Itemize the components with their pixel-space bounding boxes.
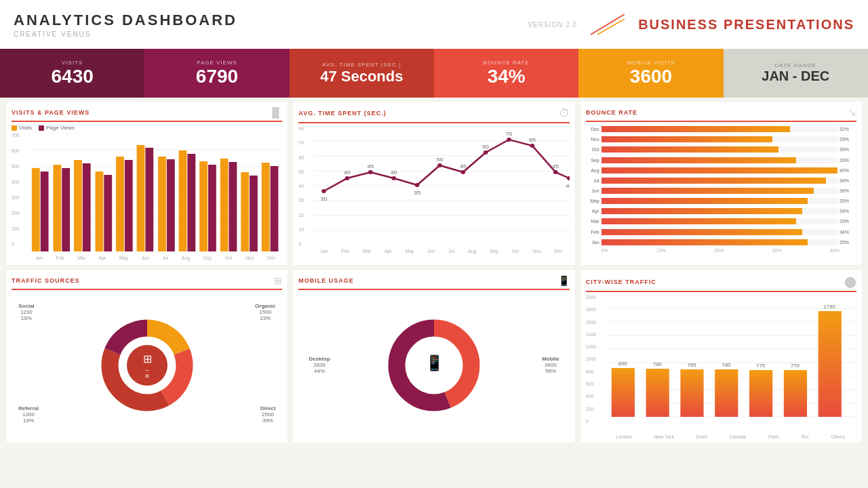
- legend-pageviews-item: Page Views: [39, 125, 75, 131]
- svg-text:65: 65: [529, 136, 536, 142]
- stat-daterange-value: JAN - DEC: [762, 68, 829, 84]
- svg-rect-14: [83, 163, 91, 251]
- panel-mobile-usage: MOBILE USAGE 📱 Desktop 2830 44% Mobile 3…: [292, 269, 575, 443]
- x-labels-city: London New York Delhi Canada Paris Rio O…: [605, 434, 856, 439]
- header: ANALYTICS DASHBOARD CREATIVE VENUS VERSI…: [0, 0, 868, 49]
- stat-visits-label: VISITS: [62, 60, 83, 66]
- stats-bar: VISITS 6430 PAGE VIEWS 6790 AVG. TIME SP…: [0, 49, 868, 98]
- hbar-oct: Oct 30%: [586, 146, 856, 152]
- stat-avgtime: AVG. TIME SPENT (SEC.) 47 Seconds: [290, 49, 434, 98]
- hbar-sep: Sep 33%: [586, 157, 856, 163]
- globe-icon: ⬤: [844, 275, 856, 288]
- panel-header-avgtime: AVG. TIME SPENT (SEC.) ⏱: [298, 107, 569, 123]
- svg-rect-24: [187, 154, 195, 251]
- svg-rect-11: [53, 165, 61, 251]
- city-canada: Canada: [730, 434, 747, 439]
- svg-point-46: [437, 163, 442, 167]
- stat-avgtime-value: 47 Seconds: [320, 68, 403, 85]
- svg-rect-29: [241, 172, 249, 251]
- city-chart-area: 2000 1800 1600 1400 1200 1000 800 600 40…: [586, 295, 856, 437]
- stat-mobile-value: 3600: [630, 66, 672, 87]
- mobile-icon: 📱: [558, 275, 570, 286]
- diagonal-decoration-icon: [587, 11, 628, 38]
- svg-text:⊞: ⊞: [142, 353, 151, 365]
- panel-title-traffic: TRAFFIC SOURCES: [12, 277, 80, 284]
- hbar-feb: Feb 34%: [586, 229, 856, 235]
- svg-rect-87: [611, 368, 634, 417]
- traffic-label-direct: Direct 2500 39%: [260, 405, 276, 424]
- hbar-jun: Jun 36%: [586, 188, 856, 194]
- svg-point-48: [484, 150, 488, 155]
- traffic-label-referral: Referral 1200 19%: [18, 405, 39, 424]
- svg-point-42: [345, 176, 350, 180]
- svg-rect-22: [167, 159, 175, 251]
- brand-title: BUSINESS PRESENTATIONS: [638, 17, 854, 33]
- mobile-donut-svg: 📱: [380, 311, 488, 420]
- hbar-x-labels: 0% 10% 20% 30% 40%: [586, 248, 856, 253]
- svg-rect-95: [749, 370, 772, 417]
- svg-text:📱: 📱: [425, 354, 443, 372]
- svg-point-43: [368, 170, 373, 174]
- city-bars-area: 800 790 785 780 775 770: [605, 295, 856, 430]
- stat-visits-value: 6430: [52, 66, 94, 87]
- svg-rect-99: [818, 311, 841, 417]
- svg-point-49: [507, 138, 512, 142]
- svg-text:35: 35: [414, 189, 421, 195]
- svg-text:40: 40: [391, 169, 397, 175]
- hbar-jul: Jul 38%: [586, 178, 856, 184]
- bounce-chart-area: Dec 32% Nov 29% Oct: [586, 125, 856, 260]
- panel-header-city: CITY-WISE TRAFFIC ⬤: [586, 275, 856, 292]
- hbar-jan: Jan 35%: [586, 239, 856, 245]
- svg-rect-17: [116, 157, 124, 251]
- network-icon: ⊞: [274, 275, 282, 286]
- panel-city-traffic: CITY-WISE TRAFFIC ⬤ 2000 1800 1600 1400 …: [580, 269, 863, 443]
- panel-visits-pageviews: VISITS & PAGE VIEWS ▐▌ Visits Page Views…: [5, 101, 288, 266]
- svg-text:50: 50: [437, 156, 443, 162]
- clock-icon: ⏱: [559, 107, 570, 119]
- legend-visits-item: Visits: [12, 125, 32, 131]
- app-title: ANALYTICS DASHBOARD: [14, 12, 237, 29]
- stat-daterange: DATE RANGE JAN - DEC: [724, 49, 868, 98]
- svg-point-50: [530, 144, 535, 148]
- y-axis-visits: 700 600 500 400 300 200 100 0: [12, 133, 26, 247]
- trend-icon: ↘: [848, 107, 856, 118]
- svg-point-69: [127, 345, 167, 386]
- traffic-label-social: Social 1230 19%: [18, 303, 35, 321]
- mobile-donut-area: Desktop 2830 44% Mobile 3600 56% 📱: [298, 293, 569, 437]
- svg-rect-10: [41, 171, 49, 251]
- traffic-donut-svg: ⊞ ─ ⊞: [93, 311, 201, 420]
- svg-rect-26: [208, 165, 216, 251]
- traffic-donut-area: Social 1230 19% Organic 1500 23% Referra…: [12, 293, 282, 437]
- svg-text:785: 785: [687, 362, 696, 368]
- header-left: ANALYTICS DASHBOARD CREATIVE VENUS: [14, 12, 237, 38]
- city-others: Others: [831, 434, 845, 439]
- y-axis-city: 2000 1800 1600 1400 1200 1000 800 600 40…: [586, 295, 603, 424]
- stat-bounce-value: 34%: [488, 66, 526, 87]
- city-rio: Rio: [802, 434, 809, 439]
- panel-header-mobile: MOBILE USAGE 📱: [298, 275, 569, 290]
- svg-point-45: [415, 183, 420, 187]
- svg-rect-19: [137, 145, 145, 251]
- hbar-aug: Aug 40%: [586, 167, 856, 174]
- svg-text:40: 40: [566, 182, 570, 188]
- svg-text:⊞: ⊞: [145, 373, 149, 378]
- mobile-label-mobile: Mobile 3600 56%: [542, 356, 559, 374]
- svg-text:790: 790: [652, 361, 662, 367]
- svg-rect-89: [646, 369, 669, 417]
- svg-rect-16: [104, 175, 112, 251]
- svg-text:775: 775: [756, 363, 766, 369]
- svg-text:70: 70: [506, 130, 513, 136]
- panel-title-city: CITY-WISE TRAFFIC: [586, 279, 656, 285]
- legend-pageviews-dot: [39, 125, 44, 131]
- stat-mobile: MOBILE VISITS 3600: [578, 49, 723, 98]
- header-right: VERSION 2.0 BUSINESS PRESENTATIONS: [528, 11, 854, 38]
- hbar-dec: Dec 32%: [586, 126, 856, 132]
- hbar-apr: Apr 34%: [586, 208, 856, 214]
- svg-rect-23: [179, 150, 187, 251]
- y-axis-avgtime: 80 70 60 50 40 30 20 10 0: [298, 126, 311, 246]
- hbar-mar: Mar 33%: [586, 218, 856, 224]
- panel-header-traffic: TRAFFIC SOURCES ⊞: [12, 275, 282, 290]
- stat-pageviews-label: PAGE VIEWS: [197, 60, 237, 66]
- svg-text:30: 30: [321, 195, 328, 201]
- hbar-nov: Nov 29%: [586, 136, 856, 142]
